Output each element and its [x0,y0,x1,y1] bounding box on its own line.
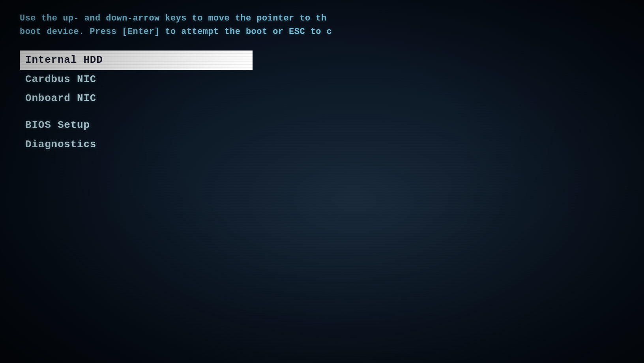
boot-menu: Internal HDD Cardbus NIC Onboard NIC BIO… [20,51,644,154]
menu-item-internal-hdd[interactable]: Internal HDD [20,51,253,69]
instruction-line-1: Use the up- and down-arrow keys to move … [20,12,644,25]
menu-item-diagnostics[interactable]: Diagnostics [20,135,296,154]
instruction-line-2: boot device. Press [Enter] to attempt th… [20,25,644,39]
menu-item-bios-setup[interactable]: BIOS Setup [20,116,296,135]
instruction-text: Use the up- and down-arrow keys to move … [20,12,644,39]
bios-boot-screen: Use the up- and down-arrow keys to move … [0,0,644,363]
menu-item-onboard-nic[interactable]: Onboard NIC [20,89,296,108]
menu-item-cardbus-nic[interactable]: Cardbus NIC [20,70,296,89]
